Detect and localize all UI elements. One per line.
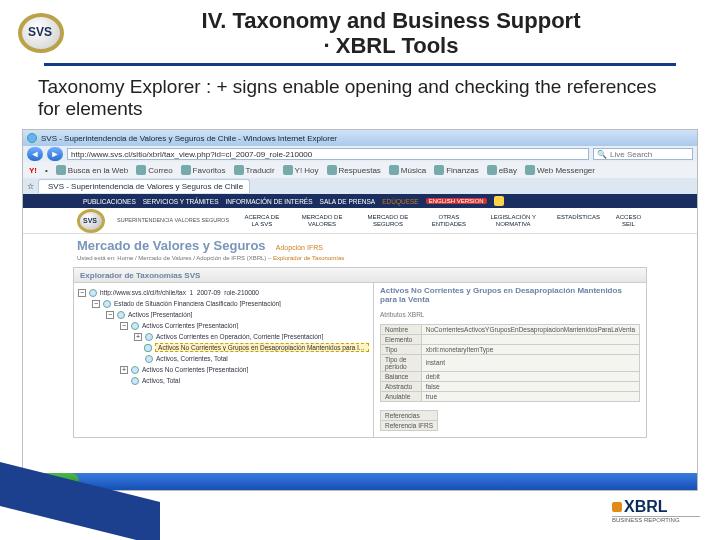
attr-name: Balance (381, 371, 422, 381)
topnav-item[interactable]: SERVICIOS Y TRÁMITES (143, 198, 219, 205)
toolbar-item-finance[interactable]: Finanzas (434, 165, 478, 175)
toolbar-search-button[interactable]: Busca en la Web (56, 165, 128, 175)
taxonomy-explorer-panel: Explorador de Taxonomías SVS −http://www… (73, 267, 647, 438)
attr-value: NoCorrientesActivosYGruposEnDesapropiaci… (421, 324, 639, 334)
toolbar-item-messenger[interactable]: Web Messenger (525, 165, 595, 175)
node-icon (89, 289, 97, 297)
search-input[interactable]: 🔍 Live Search (593, 148, 693, 160)
menu-item[interactable]: LEGISLACIÓN Y NORMATIVA (483, 214, 543, 227)
tree-node[interactable]: −Estado de Situación Financiera Clasific… (78, 298, 369, 309)
menu-item[interactable]: ESTADÍSTICAS (557, 214, 600, 227)
page-heading: Mercado de Valores y Seguros (77, 238, 266, 253)
title-line1: IV. Taxonomy and Business Support (202, 8, 581, 33)
table-row: Elemento (381, 334, 640, 344)
explorer-title: Explorador de Taxonomías SVS (74, 268, 646, 283)
collapse-icon[interactable]: − (106, 311, 114, 319)
node-label: http://www.svs.cl/cl/fr/chile/tax_1_2007… (100, 289, 259, 296)
topnav-item[interactable]: SALA DE PRENSA (320, 198, 376, 205)
toolbar-item-ebay[interactable]: eBay (487, 165, 517, 175)
node-icon (131, 377, 139, 385)
toolbar-item-music[interactable]: Música (389, 165, 426, 175)
toolbar-item-favorites[interactable]: Favoritos (181, 165, 226, 175)
node-label-selected: Activos No Corrientes y Grupos en Desapr… (155, 343, 369, 352)
yahoo-logo[interactable]: Y! (29, 166, 37, 175)
title-line2: · XBRL Tools (324, 33, 459, 58)
xbrl-square-icon (612, 502, 622, 512)
attributes-label: Atributos XBRL (380, 311, 640, 318)
messenger-icon (525, 165, 535, 175)
attr-name: Nombre (381, 324, 422, 334)
menu-item[interactable]: ACCESO SEIL (614, 214, 643, 227)
window-title: SVS - Superintendencia de Valores y Segu… (41, 134, 337, 143)
collapse-icon[interactable]: − (120, 322, 128, 330)
attr-name: Tipo de periodo (381, 354, 422, 371)
node-icon (103, 300, 111, 308)
node-icon (145, 333, 153, 341)
toolbar-label: Música (401, 166, 426, 175)
svs-page-logo[interactable] (77, 209, 105, 233)
toolbar-label: Finanzas (446, 166, 478, 175)
page-subheading: Adopción IFRS (276, 244, 323, 251)
url-text: http://www.svs.cl/sitio/xbrl/tax_view.ph… (71, 150, 312, 159)
accessibility-icon[interactable] (494, 196, 504, 206)
star-icon (181, 165, 191, 175)
collapse-icon[interactable]: − (78, 289, 86, 297)
forward-button[interactable]: ► (47, 147, 63, 161)
toolbar-item-answers[interactable]: Respuestas (327, 165, 381, 175)
tree-node[interactable]: Activos, Corrientes, Total (78, 353, 369, 364)
tree-node[interactable]: −Activos Corrientes [Presentación] (78, 320, 369, 331)
topnav-item[interactable]: PUBLICACIONES (83, 198, 136, 205)
tree-node[interactable]: +Activos No Corrientes [Presentación] (78, 364, 369, 375)
node-label: Activos, Corrientes, Total (156, 355, 228, 362)
table-row: NombreNoCorrientesActivosYGruposEnDesapr… (381, 324, 640, 334)
slide-subtitle: Taxonomy Explorer : + signs enable openi… (0, 72, 720, 130)
topnav-item-active[interactable]: EDÚQUESE (382, 198, 418, 205)
topnav-item[interactable]: INFORMACIÓN DE INTERÉS (226, 198, 313, 205)
element-details-panel: Activos No Corrientes y Grupos en Desapr… (374, 283, 646, 437)
finance-icon (434, 165, 444, 175)
tree-node[interactable]: +Activos Corrientes en Operación, Corrie… (78, 331, 369, 342)
toolbar-item-mail[interactable]: Correo (136, 165, 172, 175)
menu-item[interactable]: ACERCA DE LA SVS (241, 214, 282, 227)
browser-tab[interactable]: SVS - Superintendencia de Valores y Segu… (38, 179, 250, 193)
attr-value: xbrli:monetaryItemType (421, 344, 639, 354)
toolbar-label: Correo (148, 166, 172, 175)
favorites-star-button[interactable]: ☆ (27, 182, 34, 191)
url-field[interactable]: http://www.svs.cl/sitio/xbrl/tax_view.ph… (67, 148, 589, 160)
svs-top-nav: PUBLICACIONES SERVICIOS Y TRÁMITES INFOR… (23, 194, 697, 208)
menu-item[interactable]: MERCADO DE VALORES (297, 214, 348, 227)
attr-name: Anulable (381, 391, 422, 401)
toolbar-label: Favoritos (193, 166, 226, 175)
node-icon (131, 366, 139, 374)
toolbar-item-translate[interactable]: Traducir (234, 165, 275, 175)
toolbar-label: Respuestas (339, 166, 381, 175)
breadcrumb-text: Usted está en: Home / Mercado de Valores… (77, 255, 273, 261)
collapse-icon[interactable]: − (92, 300, 100, 308)
web-page: PUBLICACIONES SERVICIOS Y TRÁMITES INFOR… (23, 194, 697, 473)
tree-node[interactable]: −Activos [Presentación] (78, 309, 369, 320)
page-heading-row: Mercado de Valores y Seguros Adopción IF… (23, 234, 697, 255)
ref-label: Referencias (381, 410, 438, 420)
expand-icon[interactable]: + (134, 333, 142, 341)
menu-item[interactable]: OTRAS ENTIDADES (428, 214, 469, 227)
tree-node[interactable]: Activos, Total (78, 375, 369, 386)
svs-main-nav: SUPERINTENDENCIA VALORES SEGUROS ACERCA … (23, 208, 697, 234)
back-button[interactable]: ◄ (27, 147, 43, 161)
english-version-button[interactable]: ENGLISH VERSION (426, 198, 487, 204)
tree-node-selected[interactable]: Activos No Corrientes y Grupos en Desapr… (78, 342, 369, 353)
references-table: Referencias Referencia IFRS (380, 410, 438, 431)
tree-node[interactable]: −http://www.svs.cl/cl/fr/chile/tax_1_200… (78, 287, 369, 298)
menu-item[interactable]: MERCADO DE SEGUROS (362, 214, 415, 227)
table-row: Anulabletrue (381, 391, 640, 401)
news-icon (283, 165, 293, 175)
answers-icon (327, 165, 337, 175)
ie-window: SVS - Superintendencia de Valores y Segu… (22, 129, 698, 491)
toolbar-label: Traducir (246, 166, 275, 175)
toolbar-item-today[interactable]: Y! Hoy (283, 165, 319, 175)
table-row: Referencias (381, 410, 438, 420)
attr-value: instant (421, 354, 639, 371)
toolbar-label: Y! Hoy (295, 166, 319, 175)
toolbar-label: eBay (499, 166, 517, 175)
attributes-table: NombreNoCorrientesActivosYGruposEnDesapr… (380, 324, 640, 402)
expand-icon[interactable]: + (120, 366, 128, 374)
